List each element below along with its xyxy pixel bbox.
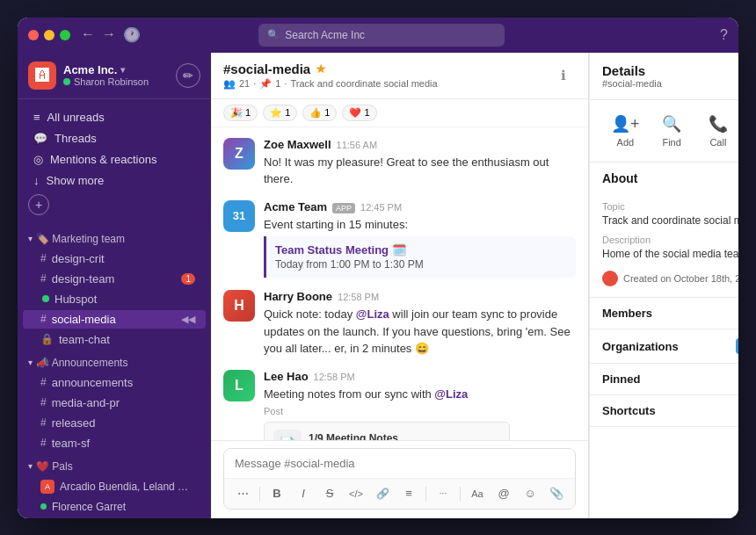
meeting-box[interactable]: Team Status Meeting 🗓️ Today from 1:00 P… <box>264 236 576 278</box>
msg-time: 11:56 AM <box>337 140 377 150</box>
sidebar-item-mentions[interactable]: ◎ Mentions & reactions <box>23 149 206 170</box>
input-toolbar: ⋯ B I S </> 🔗 ≡ ··· Aa @ <box>224 478 575 509</box>
workspace-name[interactable]: Acme Inc. ▾ <box>63 63 176 76</box>
member-count: 21 <box>239 78 250 89</box>
find-icon: 🔍 <box>662 114 681 134</box>
msg-text: No! It was my pleasure! Great to see the… <box>264 154 576 188</box>
sidebar-item-show-more[interactable]: ↓ Show more <box>23 170 206 191</box>
channel-team-chat[interactable]: 🔒 team-chat <box>23 330 206 349</box>
section-marketing-team[interactable]: ▾ 🏷️ Marketing team <box>18 226 211 249</box>
reaction-thumbsup[interactable]: 👍 1 <box>302 105 337 121</box>
italic-button[interactable]: I <box>292 482 315 505</box>
reaction-emoji: 🎉 <box>230 107 243 119</box>
reaction-emoji: ❤️ <box>349 107 361 119</box>
emoji-button[interactable]: ☺ <box>519 482 542 505</box>
toolbar-divider <box>425 487 426 501</box>
pinned-row[interactable]: Pinned 1 › <box>590 364 738 395</box>
reaction-count: 1 <box>364 107 369 118</box>
channel-label: announcements <box>52 376 134 389</box>
dm-group-avatar: A <box>40 480 55 494</box>
message-body-zoe: Zoe Maxwell 11:56 AM No! It was my pleas… <box>264 138 576 188</box>
about-section-body: Topic Track and coordinate social media … <box>590 201 738 298</box>
more-format-button[interactable]: ··· <box>432 482 454 505</box>
message-acme: 31 Acme Team APP 12:45 PM Event starting… <box>223 200 576 278</box>
info-button[interactable]: ℹ <box>551 63 576 88</box>
format-button[interactable]: ⋯ <box>231 482 254 505</box>
mention-liza: @Liza <box>434 387 468 401</box>
section-pals[interactable]: ▾ ❤️ Pals <box>18 453 211 476</box>
history-button[interactable]: 🕐 <box>123 26 141 43</box>
add-channel-button[interactable]: + <box>28 194 49 215</box>
msg-header: Acme Team APP 12:45 PM <box>264 200 576 213</box>
reactions-row: 🎉 1 ⭐ 1 👍 1 ❤️ 1 <box>211 99 588 127</box>
hash-icon: # <box>40 416 47 429</box>
avatar-lee: L <box>223 370 255 401</box>
members-row[interactable]: Members 21 › <box>590 298 738 329</box>
section-announcements[interactable]: ▾ 📣 Announcements <box>18 350 211 372</box>
avatar-zoe: Z <box>223 138 255 170</box>
main-layout: 🅰 Acme Inc. ▾ Sharon Robinson ✏ ≡ <box>18 53 738 518</box>
shortcuts-row[interactable]: Shortcuts 1 › <box>590 395 738 427</box>
add-people-button[interactable]: 👤+ Add <box>602 109 649 153</box>
global-search[interactable]: 🔍 Search Acme Inc <box>258 24 505 47</box>
channel-released[interactable]: # released <box>23 414 206 432</box>
msg-author: Harry Boone <box>264 290 332 303</box>
description-value: Home of the social media team <box>602 247 738 262</box>
back-button[interactable]: ← <box>81 26 95 43</box>
file-card[interactable]: 📄 1/9 Meeting Notes Last edited just now <box>264 422 510 440</box>
call-button[interactable]: 📞 Call <box>695 109 739 153</box>
sidebar-item-threads[interactable]: 💬 Threads <box>23 128 206 148</box>
forward-button[interactable]: → <box>102 26 116 43</box>
hash-icon: # <box>40 252 47 264</box>
channel-team-sf[interactable]: # team-sf <box>23 434 206 452</box>
channel-design-crit[interactable]: # design-crit <box>23 249 206 268</box>
message-input[interactable] <box>224 449 575 478</box>
toolbar-divider <box>259 487 260 501</box>
details-subtitle: #social-media <box>602 78 738 89</box>
channel-design-team[interactable]: # design-team 1 <box>23 270 206 288</box>
details-title: Details <box>602 63 738 78</box>
lock-icon: 🔒 <box>40 333 54 345</box>
traffic-light-red[interactable] <box>28 30 39 40</box>
star-icon[interactable]: ★ <box>316 62 326 76</box>
mention-button[interactable]: @ <box>492 482 515 505</box>
message-body-harry: Harry Boone 12:58 PM Quick note: today @… <box>264 290 576 358</box>
hash-icon: # <box>40 272 47 285</box>
dm-arcadio[interactable]: A Arcadio Buendia, Leland Ygle... <box>23 477 206 496</box>
chat-header: #social-media ★ 👥 21 · 📌 1 · Track and c… <box>211 53 588 99</box>
attach-button[interactable]: 📎 <box>545 482 568 505</box>
reaction-emoji: ⭐ <box>270 107 282 119</box>
find-button[interactable]: 🔍 Find <box>649 109 695 153</box>
members-icon: 👥 <box>223 78 236 90</box>
text-style-button[interactable]: Aa <box>466 482 489 505</box>
organizations-row[interactable]: Organizations Z Z 2 › <box>590 329 738 364</box>
pinned-label: Pinned <box>602 372 738 386</box>
channel-announcements[interactable]: # announcements <box>23 373 206 392</box>
code-button[interactable]: </> <box>345 482 367 505</box>
traffic-light-green[interactable] <box>60 30 70 40</box>
bold-button[interactable]: B <box>265 482 288 505</box>
help-button[interactable]: ? <box>720 27 728 43</box>
channel-hubspot[interactable]: Hubspot <box>23 290 206 308</box>
app-window: ← → 🕐 🔍 Search Acme Inc ? 🅰 Acme Inc. ▾ <box>18 18 738 518</box>
reaction-count: 1 <box>324 107 330 118</box>
channel-media-and-pr[interactable]: # media-and-pr <box>23 394 206 412</box>
chat-panel: #social-media ★ 👥 21 · 📌 1 · Track and c… <box>211 53 589 518</box>
compose-button[interactable]: ✏ <box>176 63 200 88</box>
reaction-star[interactable]: ⭐ 1 <box>263 105 297 121</box>
reaction-confetti[interactable]: 🎉 1 <box>223 105 258 121</box>
dm-florence[interactable]: Florence Garret <box>23 498 206 516</box>
channel-social-media[interactable]: # social-media ◀◀ <box>23 310 206 329</box>
strikethrough-button[interactable]: S <box>318 482 341 505</box>
traffic-light-yellow[interactable] <box>44 30 55 40</box>
sidebar-item-all-unreads[interactable]: ≡ All unreads <box>23 107 206 127</box>
list-button[interactable]: ≡ <box>397 482 420 505</box>
reaction-heart[interactable]: ❤️ 1 <box>342 105 376 121</box>
link-button[interactable]: 🔗 <box>371 482 394 505</box>
message-input-area: ⋯ B I S </> 🔗 ≡ ··· Aa @ <box>211 440 588 518</box>
about-section-header[interactable]: About ▾ <box>590 163 738 194</box>
avatar-acme: 31 <box>223 200 255 232</box>
channel-description: Track and coordinate social media <box>291 78 438 89</box>
search-placeholder: Search Acme Inc <box>285 29 365 41</box>
content-area: #social-media ★ 👥 21 · 📌 1 · Track and c… <box>211 53 738 518</box>
